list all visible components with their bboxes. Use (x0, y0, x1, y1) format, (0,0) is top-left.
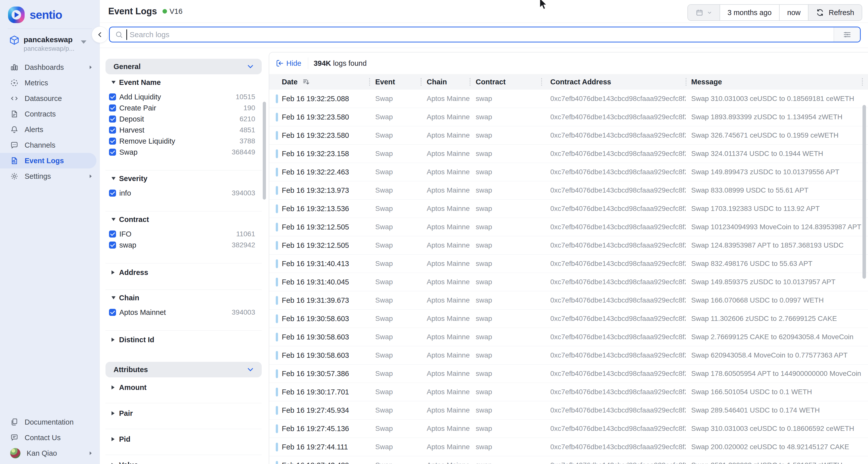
cell-contract-address[interactable]: 0xc7efb4076dbe143cbcd98cfaaa929ecfc8f299 (541, 351, 686, 359)
sidebar-item-documentation[interactable]: Documentation (0, 414, 99, 430)
filter-checkbox-item[interactable]: Remove Liquidity 3788 (105, 135, 262, 147)
table-row[interactable]: Feb 16 19:32:13.973 Swap Aptos Mainnet s… (269, 181, 868, 199)
cell-contract-address[interactable]: 0xc7efb4076dbe143cbcd98cfaaa929ecfc8f299 (541, 150, 686, 158)
sidebar-item-settings[interactable]: Settings (0, 168, 99, 184)
table-row[interactable]: Feb 16 19:27:45.136 Swap Aptos Mainnet s… (269, 420, 868, 438)
filter-checkbox-item[interactable]: info 394003 (105, 188, 262, 198)
table-row[interactable]: Feb 16 19:27:45.934 Swap Aptos Mainnet s… (269, 401, 868, 420)
column-header-chain[interactable]: Chain (421, 74, 470, 90)
column-header-contract[interactable]: Contract (470, 74, 541, 90)
time-from-button[interactable]: 3 months ago (719, 5, 779, 20)
search-options-button[interactable] (834, 27, 860, 42)
table-row[interactable]: Feb 16 19:30:58.603 Swap Aptos Mainnet s… (269, 328, 868, 346)
checkbox-checked-icon[interactable] (109, 309, 116, 316)
table-row[interactable]: Feb 16 19:32:23.580 Swap Aptos Mainnet s… (269, 108, 868, 126)
filter-section-header[interactable]: Event Name (105, 77, 262, 88)
table-row[interactable]: Feb 16 19:31:40.045 Swap Aptos Mainnet s… (269, 273, 868, 291)
filter-checkbox-item[interactable]: Aptos Mainnet 394003 (105, 307, 262, 318)
table-row[interactable]: Feb 16 19:32:13.536 Swap Aptos Mainnet s… (269, 199, 868, 218)
table-row[interactable]: Feb 16 19:32:12.505 Swap Aptos Mainnet s… (269, 236, 868, 255)
table-row[interactable]: Feb 16 19:27:44.111 Swap Aptos Mainnet s… (269, 438, 868, 456)
sort-descending-icon[interactable] (302, 78, 311, 86)
checkbox-checked-icon[interactable] (109, 230, 116, 238)
search-input[interactable]: Search logs (110, 27, 834, 42)
filter-checkbox-item[interactable]: Swap 368449 (105, 147, 262, 158)
table-row[interactable]: Feb 16 19:32:23.580 Swap Aptos Mainnet s… (269, 126, 868, 145)
checkbox-checked-icon[interactable] (109, 190, 116, 196)
filter-checkbox-item[interactable]: Deposit 6210 (105, 114, 262, 125)
sidebar-item-alerts[interactable]: Alerts (0, 122, 99, 137)
filter-section-header[interactable]: Amount (105, 382, 262, 393)
filter-scrollbar[interactable] (263, 102, 266, 199)
checkbox-checked-icon[interactable] (109, 137, 116, 145)
table-row[interactable]: Feb 16 19:27:43.489 Swap Aptos Mainnet s… (269, 456, 868, 464)
filter-checkbox-item[interactable]: Add Liquidity 10515 (105, 91, 262, 102)
time-to-button[interactable]: now (779, 5, 808, 20)
sidebar-item-contracts[interactable]: Contracts (0, 106, 99, 122)
filter-group-general[interactable]: General (105, 59, 262, 74)
filter-section-header[interactable]: Distinct Id (105, 334, 262, 345)
checkbox-checked-icon[interactable] (109, 242, 116, 249)
cell-contract-address[interactable]: 0xc7efb4076dbe143cbcd98cfaaa929ecfc8f299 (541, 259, 686, 268)
sidebar-item-contact-us[interactable]: Contact Us (0, 430, 99, 445)
cell-contract-address[interactable]: 0xc7efb4076dbe143cbcd98cfaaa929ecfc8f299 (541, 205, 686, 213)
column-header-date[interactable]: Date (269, 74, 369, 90)
filter-section-header[interactable]: Value (105, 460, 262, 464)
table-row[interactable]: Feb 16 19:31:39.673 Swap Aptos Mainnet s… (269, 291, 868, 310)
cell-contract-address[interactable]: 0xc7efb4076dbe143cbcd98cfaaa929ecfc8f299 (541, 296, 686, 304)
date-picker-button[interactable] (688, 5, 719, 20)
table-row[interactable]: Feb 16 19:32:22.463 Swap Aptos Mainnet s… (269, 163, 868, 181)
table-row[interactable]: Feb 16 19:31:40.413 Swap Aptos Mainnet s… (269, 255, 868, 273)
table-row[interactable]: Feb 16 19:30:57.386 Swap Aptos Mainnet s… (269, 365, 868, 383)
filter-checkbox-item[interactable]: Create Pair 190 (105, 102, 262, 114)
filter-section-header[interactable]: Chain (105, 292, 262, 303)
sidebar-item-channels[interactable]: Channels (0, 137, 99, 153)
cell-contract-address[interactable]: 0xc7efb4076dbe143cbcd98cfaaa929ecfc8f299 (541, 241, 686, 249)
table-row[interactable]: Feb 16 19:30:17.701 Swap Aptos Mainnet s… (269, 383, 868, 401)
table-scrollbar[interactable] (863, 105, 866, 279)
column-header-event[interactable]: Event (369, 74, 421, 90)
cell-contract-address[interactable]: 0xc7efb4076dbe143cbcd98cfaaa929ecfc8f299 (541, 223, 686, 231)
cell-contract-address[interactable]: 0xc7efb4076dbe143cbcd98cfaaa929ecfc8f299 (541, 168, 686, 176)
cell-contract-address[interactable]: 0xc7efb4076dbe143cbcd98cfaaa929ecfc8f299 (541, 131, 686, 140)
filter-section-header[interactable]: Contract (105, 214, 262, 225)
checkbox-checked-icon[interactable] (109, 116, 116, 123)
cell-contract-address[interactable]: 0xc7efb4076dbe143cbcd98cfaaa929ecfc8f299 (541, 388, 686, 396)
sidebar-item-datasource[interactable]: Datasource (0, 91, 99, 106)
checkbox-checked-icon[interactable] (109, 149, 116, 156)
refresh-button[interactable]: Refresh (808, 5, 862, 20)
sidebar-item-event-logs[interactable]: Event Logs (0, 153, 96, 168)
checkbox-checked-icon[interactable] (109, 93, 116, 100)
cell-contract-address[interactable]: 0xc7efb4076dbe143cbcd98cfaaa929ecfc8f299 (541, 95, 686, 103)
filter-checkbox-item[interactable]: swap 382942 (105, 240, 262, 251)
table-row[interactable]: Feb 16 19:30:58.603 Swap Aptos Mainnet s… (269, 310, 868, 328)
table-row[interactable]: Feb 16 19:32:23.158 Swap Aptos Mainnet s… (269, 145, 868, 163)
table-row[interactable]: Feb 16 19:30:58.603 Swap Aptos Mainnet s… (269, 346, 868, 365)
cell-contract-address[interactable]: 0xc7efb4076dbe143cbcd98cfaaa929ecfc8f299 (541, 425, 686, 433)
filter-section-header[interactable]: Pid (105, 434, 262, 445)
filter-group-attributes[interactable]: Attributes (105, 362, 262, 377)
cell-contract-address[interactable]: 0xc7efb4076dbe143cbcd98cfaaa929ecfc8f299 (541, 315, 686, 322)
filter-section-header[interactable]: Severity (105, 173, 262, 184)
project-selector[interactable]: pancakeswap pancakeswap/p... (0, 29, 99, 53)
hide-filters-button[interactable]: Hide (276, 59, 301, 67)
user-menu[interactable]: Kan Qiao (0, 445, 99, 461)
cell-contract-address[interactable]: 0xc7efb4076dbe143cbcd98cfaaa929ecfc8f299 (541, 113, 686, 121)
sidebar-item-metrics[interactable]: Metrics (0, 75, 99, 91)
filter-section-header[interactable]: Address (105, 267, 262, 278)
cell-contract-address[interactable]: 0xc7efb4076dbe143cbcd98cfaaa929ecfc8f299 (541, 461, 686, 464)
cell-contract-address[interactable]: 0xc7efb4076dbe143cbcd98cfaaa929ecfc8f299 (541, 406, 686, 414)
table-row[interactable]: Feb 16 19:32:12.505 Swap Aptos Mainnet s… (269, 218, 868, 236)
checkbox-checked-icon[interactable] (109, 104, 116, 112)
sidebar-collapse-button[interactable] (92, 26, 108, 43)
cell-contract-address[interactable]: 0xc7efb4076dbe143cbcd98cfaaa929ecfc8f299 (541, 333, 686, 341)
cell-contract-address[interactable]: 0xc7efb4076dbe143cbcd98cfaaa929ecfc8f299 (541, 443, 686, 451)
table-row[interactable]: Feb 16 19:32:25.088 Swap Aptos Mainnet s… (269, 90, 868, 108)
sidebar-item-dashboards[interactable]: Dashboards (0, 60, 99, 75)
filter-checkbox-item[interactable]: Harvest 4851 (105, 125, 262, 135)
cell-contract-address[interactable]: 0xc7efb4076dbe143cbcd98cfaaa929ecfc8f299 (541, 278, 686, 286)
filter-section-header[interactable]: Pair (105, 408, 262, 419)
column-header-message[interactable]: Message (686, 74, 868, 90)
cell-contract-address[interactable]: 0xc7efb4076dbe143cbcd98cfaaa929ecfc8f299 (541, 370, 686, 378)
logo[interactable]: sentio (0, 0, 99, 23)
